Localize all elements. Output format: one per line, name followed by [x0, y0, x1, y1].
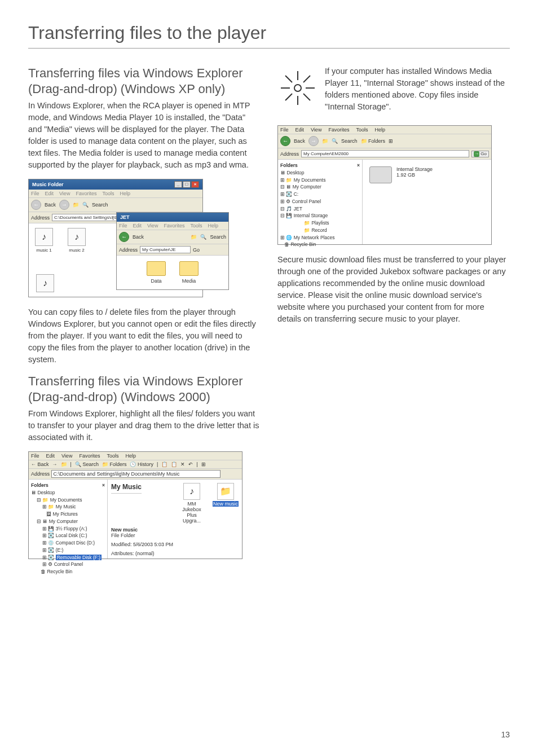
menu-help[interactable]: Help: [125, 453, 136, 459]
folder-media[interactable]: Media: [179, 261, 199, 284]
back-button[interactable]: ← Back: [31, 461, 49, 467]
up-icon[interactable]: 📁: [73, 202, 79, 208]
menu-tools[interactable]: Tools: [102, 191, 114, 196]
folders-button[interactable]: 📁 Folders: [361, 138, 386, 144]
menu-file[interactable]: File: [31, 453, 39, 459]
copy-icon[interactable]: 📋: [171, 461, 177, 467]
drive-item[interactable]: Internal Storage 1.92 GB: [369, 166, 484, 183]
tree-mycomp[interactable]: ⊟ 🖥 My Computer: [280, 183, 360, 191]
up-icon[interactable]: 📁: [322, 138, 328, 144]
tree-mymusic[interactable]: ⊞ 📁 My Music: [31, 503, 105, 511]
address-input[interactable]: My Computer\JE: [140, 246, 191, 253]
menu-favorites[interactable]: Favorites: [164, 223, 184, 228]
tree-mycomp[interactable]: ⊟ 🖥 My Computer: [31, 518, 105, 525]
undo-icon[interactable]: ↶: [188, 461, 193, 467]
menu-favorites[interactable]: Favorites: [79, 453, 100, 459]
search-button[interactable]: 🔍 Search: [75, 461, 99, 467]
search-icon[interactable]: 🔍: [200, 234, 206, 240]
menu-view[interactable]: View: [61, 453, 72, 459]
tree-mydocs[interactable]: ⊞ 📁 My Documents: [280, 177, 360, 184]
tree-netplaces[interactable]: ⊞ 🌐 My Network Places: [280, 234, 360, 241]
tree-record[interactable]: 📁 Record: [280, 227, 360, 234]
forward-button[interactable]: →: [59, 200, 69, 210]
menu-file[interactable]: File: [280, 127, 289, 133]
menu-view[interactable]: View: [59, 191, 70, 196]
menu-edit[interactable]: Edit: [45, 191, 54, 196]
tree-removable[interactable]: ⊞ 💽 Removable Disk (F:): [31, 554, 105, 561]
file-icon-music1[interactable]: ♪ music 1: [33, 228, 55, 253]
file-jukebox[interactable]: ♪ MM Jukebox Plus Upgra...: [179, 483, 205, 524]
screenshot-xp-explorer: Music Folder _ □ × File Edit View Favori…: [28, 179, 203, 297]
views-icon[interactable]: ⊞: [201, 461, 206, 467]
go-label[interactable]: Go: [193, 247, 200, 253]
tree-mypics[interactable]: 🖼 My Pictures: [31, 511, 105, 518]
file-label: music 1: [33, 248, 55, 253]
maximize-button[interactable]: □: [183, 181, 191, 188]
folders-button[interactable]: 📁 Folders: [102, 461, 127, 467]
file-label: MM Jukebox Plus Upgra...: [179, 501, 205, 524]
tree-c[interactable]: ⊞ 💽 C:: [280, 191, 360, 198]
folder-data[interactable]: Data: [147, 261, 166, 284]
search-icon[interactable]: 🔍: [82, 202, 89, 208]
address-input[interactable]: My Computer\EM2800: [301, 150, 469, 157]
menu-edit[interactable]: Edit: [133, 223, 142, 228]
address-input[interactable]: C:\Documents and Settings\lig\My Documen…: [51, 470, 221, 478]
menu-help[interactable]: Help: [120, 191, 130, 196]
close-icon[interactable]: ×: [102, 482, 105, 489]
tip-text: If your computer has installed Windows M…: [325, 65, 510, 113]
menu-favorites[interactable]: Favorites: [76, 191, 96, 196]
menu-tools[interactable]: Tools: [190, 223, 202, 228]
tree-cpanel[interactable]: ⊞ ⚙ Control Panel: [280, 198, 360, 205]
search-icon[interactable]: 🔍: [332, 138, 338, 144]
menu-view[interactable]: View: [147, 223, 158, 228]
file-newmusic[interactable]: 📁 New music: [213, 483, 239, 524]
back-button[interactable]: ←: [119, 232, 129, 242]
tree-recycle[interactable]: 🗑 Recycle Bin: [280, 241, 360, 248]
up-icon[interactable]: 📁: [191, 234, 197, 240]
up-icon[interactable]: 📁: [61, 461, 67, 467]
forward-button[interactable]: →: [308, 136, 319, 146]
delete-icon[interactable]: ✕: [180, 461, 185, 467]
address-label: Address: [31, 215, 50, 221]
tree-desktop[interactable]: 🖥 Desktop: [280, 169, 360, 177]
back-button[interactable]: ←: [280, 136, 290, 146]
move-icon[interactable]: 📋: [161, 461, 167, 467]
menu-edit[interactable]: Edit: [296, 127, 305, 133]
menu-view[interactable]: View: [311, 127, 321, 133]
file-icon-music3[interactable]: ♪: [34, 274, 56, 294]
back-button[interactable]: ←: [31, 200, 41, 210]
tree-mydocs[interactable]: ⊟ 📁 My Documents: [31, 496, 105, 504]
menubar: File Edit View Favorites Tools Help: [29, 452, 242, 460]
menu-file[interactable]: File: [31, 191, 39, 196]
tree-jet[interactable]: ⊟ 🎵 JET: [280, 205, 360, 213]
menu-favorites[interactable]: Favorites: [328, 127, 349, 133]
tree-desktop[interactable]: 🖥 Desktop: [31, 489, 105, 496]
views-icon[interactable]: ⊞: [389, 138, 393, 144]
menu-file[interactable]: File: [119, 223, 127, 228]
folder-tree[interactable]: Folders× 🖥 Desktop ⊞ 📁 My Documents ⊟ 🖥 …: [278, 160, 363, 244]
tree-floppy[interactable]: ⊞ 💾 3½ Floppy (A:): [31, 525, 105, 533]
minimize-button[interactable]: _: [174, 181, 182, 188]
tree-localc[interactable]: ⊞ 💽 Local Disk (C:): [31, 532, 105, 539]
tree-cd[interactable]: ⊞ 💿 Compact Disc (D:): [31, 539, 105, 547]
tree-cpanel[interactable]: ⊞ ⚙ Control Panel: [31, 561, 105, 568]
file-icon-music2[interactable]: ♪ music 2: [66, 228, 87, 253]
close-icon[interactable]: ×: [357, 162, 360, 169]
tree-e[interactable]: ⊞ 💽 (E:): [31, 547, 105, 554]
folder-tree[interactable]: Folders× 🖥 Desktop ⊟ 📁 My Documents ⊞ 📁 …: [29, 480, 108, 559]
go-button[interactable]: Go: [471, 151, 489, 157]
page-title: Transferring files to the player: [28, 23, 510, 43]
menu-help[interactable]: Help: [374, 127, 385, 133]
forward-button[interactable]: →: [52, 461, 58, 467]
close-button[interactable]: ×: [191, 181, 199, 188]
music-file-icon: ♪: [35, 228, 53, 246]
svg-line-5: [285, 76, 292, 82]
tree-recycle[interactable]: 🗑 Recycle Bin: [31, 568, 105, 575]
menu-edit[interactable]: Edit: [46, 453, 55, 459]
menu-help[interactable]: Help: [208, 223, 218, 228]
tree-playlists[interactable]: 📁 Playlists: [280, 219, 360, 227]
history-button[interactable]: 🕓 History: [130, 461, 153, 467]
tree-internal[interactable]: ⊟ 💾 Internal Storage: [280, 212, 360, 219]
menu-tools[interactable]: Tools: [107, 453, 118, 459]
menu-tools[interactable]: Tools: [356, 127, 368, 133]
